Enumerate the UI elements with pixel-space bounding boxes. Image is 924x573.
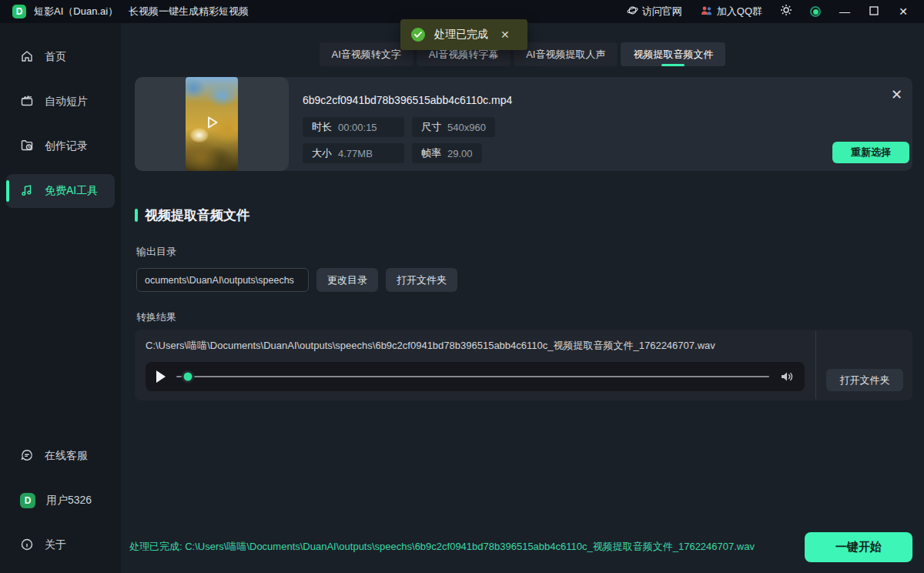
video-filename: 6b9c2cf0941bd78b396515abb4c6110c.mp4 — [303, 94, 912, 106]
start-button[interactable]: 一键开始 — [805, 532, 912, 562]
sidebar-item-label: 首页 — [45, 50, 66, 64]
app-title: 短影AI（Duan.ai） — [34, 5, 118, 18]
dimension-label: 尺寸 — [421, 120, 441, 134]
sidebar-item-label: 创作记录 — [45, 139, 88, 153]
app-logo: D — [12, 5, 26, 18]
filesize-label: 大小 — [312, 146, 332, 160]
info-icon — [20, 538, 34, 554]
app-subtitle: 长视频一键生成精彩短视频 — [129, 5, 249, 18]
duration-label: 时长 — [312, 120, 332, 134]
play-overlay-icon — [202, 112, 222, 136]
accent-bar — [135, 209, 138, 222]
toast-notification: 处理已完成 ✕ — [400, 19, 527, 50]
play-button[interactable] — [156, 370, 166, 383]
fps-label: 帧率 — [421, 146, 441, 160]
output-dir-row: 更改目录 打开文件夹 — [136, 268, 457, 292]
sidebar-item-auto-clips[interactable]: 自动短片 — [6, 85, 115, 119]
sidebar-item-label: 自动短片 — [45, 95, 88, 109]
dimension-chip: 尺寸 540x960 — [412, 117, 495, 137]
maximize-button[interactable] — [861, 0, 887, 23]
sidebar-item-user[interactable]: D 用户5326 — [6, 484, 115, 518]
card-close-icon[interactable]: ✕ — [891, 88, 902, 102]
video-thumbnail-box — [135, 77, 289, 171]
home-icon — [20, 49, 34, 65]
close-button[interactable]: ✕ — [890, 0, 916, 23]
volume-icon[interactable] — [780, 370, 794, 383]
seek-slider[interactable] — [176, 371, 769, 382]
tab-extract-vocals[interactable]: AI音视频提取人声 — [514, 42, 618, 66]
sidebar-item-about[interactable]: 关于 — [6, 528, 115, 562]
footer-bar: 处理已完成: C:\Users\喵喵\Documents\DuanAI\outp… — [121, 525, 924, 573]
sidebar-item-label: 免费AI工具 — [45, 184, 98, 198]
chat-bubble-icon — [20, 448, 34, 464]
output-dir-label: 输出目录 — [136, 245, 176, 259]
toast-close-icon[interactable]: ✕ — [497, 28, 510, 41]
sun-icon — [780, 4, 792, 19]
duration-chip: 时长 00:00:15 — [303, 117, 404, 137]
video-metadata: 6b9c2cf0941bd78b396515abb4c6110c.mp4 时长 … — [289, 77, 912, 171]
globe-icon — [627, 5, 638, 18]
sidebar-item-home[interactable]: 首页 — [6, 40, 115, 74]
success-check-icon — [411, 28, 425, 42]
visit-site-link[interactable]: 访问官网 — [619, 0, 690, 23]
theme-toggle-button[interactable] — [773, 0, 799, 23]
filesize-chip: 大小 4.77MB — [303, 143, 404, 163]
sidebar-item-free-ai-tools[interactable]: 免费AI工具 — [6, 174, 115, 208]
join-qq-link[interactable]: 加入QQ群 — [693, 0, 770, 23]
minimize-button[interactable]: — — [832, 0, 858, 23]
video-thumbnail[interactable] — [186, 77, 238, 171]
sidebar-item-creation-history[interactable]: 创作记录 — [6, 129, 115, 163]
section-title: 视频提取音频文件 — [135, 206, 249, 224]
result-label: 转换结果 — [136, 310, 176, 324]
output-dir-input[interactable] — [136, 268, 309, 292]
fps-chip: 帧率 29.00 — [412, 143, 482, 163]
video-info-card: 6b9c2cf0941bd78b396515abb4c6110c.mp4 时长 … — [135, 77, 912, 171]
active-indicator-bar — [6, 180, 9, 202]
music-note-icon — [20, 183, 34, 199]
result-panel: C:\Users\喵喵\Documents\DuanAI\outputs\spe… — [135, 330, 912, 400]
sidebar-item-label: 在线客服 — [45, 449, 88, 463]
sidebar-item-support[interactable]: 在线客服 — [6, 439, 115, 473]
clapperboard-icon — [20, 94, 34, 110]
seek-track — [176, 376, 769, 377]
result-file-path: C:\Users\喵喵\Documents\DuanAI\outputs\spe… — [146, 339, 805, 353]
section-title-text: 视频提取音频文件 — [145, 206, 249, 224]
dimension-value: 540x960 — [447, 122, 486, 133]
maximize-icon — [869, 5, 879, 18]
change-dir-button[interactable]: 更改目录 — [316, 268, 378, 292]
reselect-button[interactable]: 重新选择 — [832, 142, 909, 163]
join-qq-label: 加入QQ群 — [717, 5, 762, 18]
audio-player — [146, 362, 805, 391]
open-folder-button[interactable]: 打开文件夹 — [386, 268, 457, 292]
close-icon: ✕ — [899, 5, 908, 18]
sidebar: 首页 自动短片 创作记录 免费AI工具 在线客服 D 用户5326 关于 — [0, 23, 121, 573]
panel-divider — [815, 331, 816, 399]
sidebar-item-label: 用户5326 — [46, 494, 92, 508]
record-status-button[interactable] — [802, 0, 829, 23]
record-dot-icon — [810, 6, 821, 17]
qq-group-icon — [701, 5, 713, 18]
duration-value: 00:00:15 — [338, 122, 377, 133]
tab-audio-video-to-text[interactable]: AI音视频转文字 — [320, 42, 413, 66]
visit-site-label: 访问官网 — [642, 5, 682, 18]
app-window: D 短影AI（Duan.ai） 长视频一键生成精彩短视频 访问官网 加入QQ群 — [0, 0, 924, 573]
filesize-value: 4.77MB — [338, 148, 373, 159]
minimize-icon: — — [839, 5, 850, 18]
main-content: AI音视频转文字 AI音视频转字幕 AI音视频提取人声 视频提取音频文件 6b9… — [121, 23, 924, 573]
tab-extract-audio-file[interactable]: 视频提取音频文件 — [621, 42, 725, 66]
folder-clock-icon — [20, 139, 34, 155]
seek-thumb[interactable] — [184, 373, 192, 381]
sidebar-item-label: 关于 — [45, 538, 66, 552]
toast-message: 处理已完成 — [434, 28, 488, 42]
fps-value: 29.00 — [447, 148, 473, 159]
status-text: 处理已完成: C:\Users\喵喵\Documents\DuanAI\outp… — [129, 540, 755, 554]
result-open-folder-button[interactable]: 打开文件夹 — [826, 369, 903, 391]
user-avatar: D — [20, 493, 35, 508]
